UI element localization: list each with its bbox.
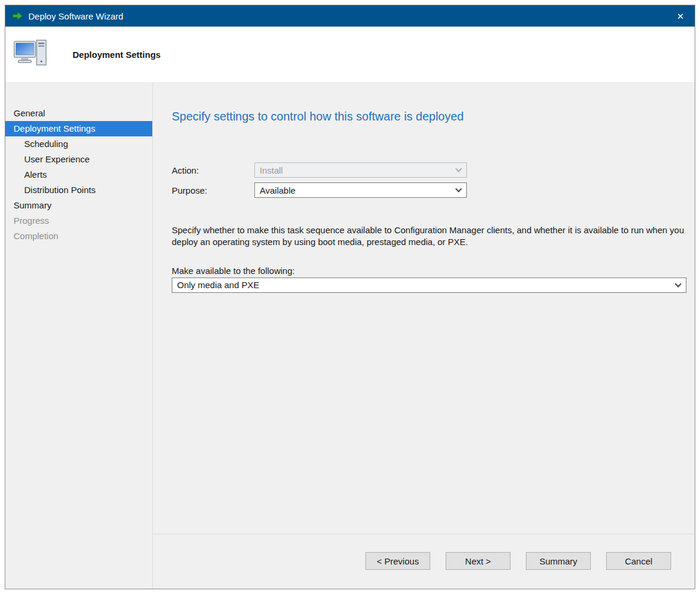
- make-available-label: Make available to the following:: [172, 266, 686, 276]
- description-text: Specify whether to make this task sequen…: [172, 224, 686, 248]
- purpose-label: Purpose:: [172, 185, 254, 195]
- purpose-value: Available: [260, 185, 296, 195]
- wizard-body: General Deployment Settings Scheduling U…: [5, 82, 695, 589]
- page-title: Deployment Settings: [73, 50, 161, 60]
- summary-button[interactable]: Summary: [526, 552, 591, 570]
- sidebar-item-completion: Completion: [5, 229, 152, 244]
- action-value: Install: [260, 165, 283, 175]
- action-dropdown: Install: [254, 162, 467, 178]
- sidebar-item-deployment-settings[interactable]: Deployment Settings: [5, 121, 152, 136]
- titlebar: Deploy Software Wizard ✕: [5, 5, 695, 27]
- make-available-value: Only media and PXE: [177, 280, 259, 290]
- cancel-button[interactable]: Cancel: [606, 552, 671, 570]
- sidebar-item-alerts[interactable]: Alerts: [5, 167, 152, 182]
- wizard-header: Deployment Settings: [5, 27, 695, 82]
- wizard-content: Specify settings to control how this sof…: [153, 82, 695, 589]
- wizard-steps-sidebar: General Deployment Settings Scheduling U…: [5, 82, 153, 589]
- chevron-down-icon: [455, 165, 462, 172]
- purpose-dropdown[interactable]: Available: [254, 182, 467, 198]
- purpose-row: Purpose: Available: [172, 182, 686, 198]
- sidebar-item-progress: Progress: [5, 213, 152, 229]
- sidebar-item-user-experience[interactable]: User Experience: [5, 152, 152, 167]
- sidebar-item-distribution-points[interactable]: Distribution Points: [5, 182, 152, 198]
- action-label: Action:: [172, 165, 254, 175]
- close-icon[interactable]: ✕: [673, 9, 688, 23]
- chevron-down-icon: [675, 280, 681, 287]
- deploy-software-wizard-window: Deploy Software Wizard ✕: [5, 5, 695, 589]
- wizard-footer: < Previous Next > Summary Cancel: [153, 534, 695, 589]
- window-title: Deploy Software Wizard: [28, 11, 673, 21]
- make-available-dropdown[interactable]: Only media and PXE: [172, 278, 686, 293]
- green-arrow-icon: [12, 11, 23, 21]
- action-row: Action: Install: [172, 162, 686, 178]
- sidebar-item-general[interactable]: General: [5, 106, 152, 121]
- sidebar-item-summary[interactable]: Summary: [5, 198, 152, 213]
- previous-button[interactable]: < Previous: [365, 552, 430, 570]
- computer-icon: [14, 39, 48, 70]
- deployment-settings-panel: Specify settings to control how this sof…: [153, 82, 695, 534]
- chevron-down-icon: [455, 185, 462, 192]
- next-button[interactable]: Next >: [446, 552, 511, 570]
- sidebar-item-scheduling[interactable]: Scheduling: [5, 136, 152, 152]
- content-heading: Specify settings to control how this sof…: [172, 110, 686, 123]
